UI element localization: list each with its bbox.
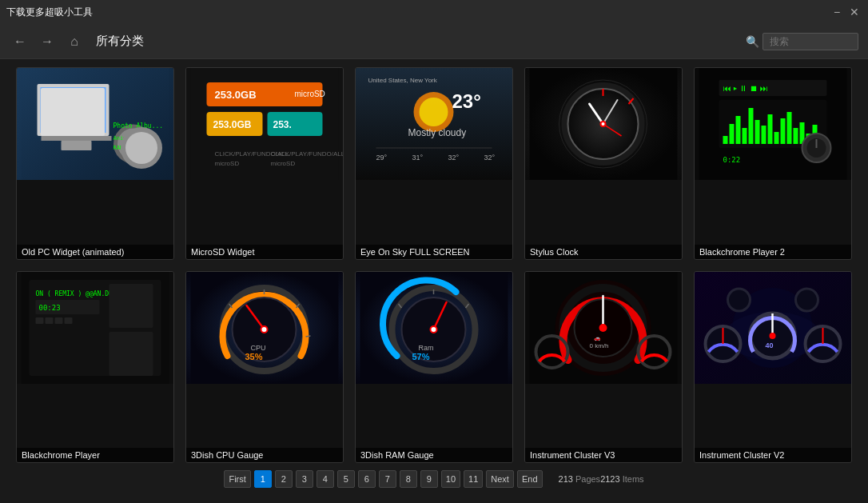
widget-label-blackchrome-player-2: Blackchrome Player 2 <box>695 245 851 259</box>
svg-rect-1 <box>38 84 109 136</box>
svg-point-87 <box>262 327 267 332</box>
widget-label-microsd-widget: MicroSD Widget <box>186 245 343 259</box>
search-icon: 🔍 <box>746 35 759 48</box>
svg-rect-58 <box>787 112 792 144</box>
svg-point-98 <box>432 327 436 332</box>
svg-rect-3 <box>42 136 112 141</box>
svg-text:CPU: CPU <box>251 344 266 352</box>
widget-card-3dish-cpu-gauge[interactable]: CPU 35% 3Dish CPU Gauge <box>185 271 344 464</box>
widget-card-instrument-cluster-v2[interactable]: 40 Instrument Cluster V2 <box>694 271 852 464</box>
svg-rect-56 <box>774 132 779 144</box>
svg-text:0:22: 0:22 <box>723 156 741 164</box>
svg-rect-53 <box>755 120 760 144</box>
svg-text:ON ( REMIX ) @@AN.DUCK: ON ( REMIX ) @@AN.DUCK <box>36 290 121 297</box>
widget-label-instrument-cluster-v2: Instrument Cluster V2 <box>695 448 851 462</box>
svg-text:29°: 29° <box>376 154 388 162</box>
pagination-end[interactable]: End <box>517 470 543 488</box>
pagination-page-11[interactable]: 11 <box>464 470 483 488</box>
svg-point-123 <box>796 289 818 311</box>
svg-rect-57 <box>781 118 786 144</box>
pagination-page-10[interactable]: 10 <box>441 470 460 488</box>
svg-text:RAM u...: RAM u... <box>113 145 141 151</box>
svg-text:0 km/h: 0 km/h <box>590 342 609 349</box>
widget-label-blackchrome-player: Blackchrome Player <box>17 448 173 462</box>
home-button[interactable]: ⌂ <box>64 31 85 52</box>
widget-card-stylus-clock[interactable]: Stylus Clock <box>524 67 683 260</box>
svg-rect-76 <box>109 284 153 328</box>
pagination-page-6[interactable]: 6 <box>358 470 376 488</box>
widget-card-blackchrome-player[interactable]: ON ( REMIX ) @@AN.DUCK 00:23 Blackchrome… <box>16 271 174 464</box>
svg-rect-55 <box>768 114 773 144</box>
widget-card-blackchrome-player-2[interactable]: ⏮ ▶ ⏸ ⏹ ⏭ 0:22 Blackchrome Player <box>694 67 852 260</box>
widget-card-eye-on-sky[interactable]: United States, New York 23° Mostly cloud… <box>355 67 513 260</box>
total-pages: 213 <box>559 474 573 484</box>
svg-rect-72 <box>36 317 44 324</box>
svg-rect-54 <box>762 126 766 144</box>
svg-point-118 <box>770 333 776 339</box>
svg-point-43 <box>602 122 605 126</box>
pagination-page-9[interactable]: 9 <box>420 470 438 488</box>
svg-point-6 <box>125 136 141 152</box>
svg-text:microSD: microSD <box>215 160 240 167</box>
svg-text:23°: 23° <box>452 90 481 112</box>
titlebar-controls: − ✕ <box>830 5 862 19</box>
svg-line-83 <box>306 336 311 337</box>
titlebar: 下载更多超吸小工具 − ✕ <box>0 0 868 24</box>
pagination-page-5[interactable]: 5 <box>337 470 355 488</box>
svg-rect-59 <box>794 128 798 144</box>
page-title: 所有分类 <box>96 34 739 49</box>
back-button[interactable]: ← <box>10 31 30 52</box>
widget-grid: Photo Albu... Anima... RAM u... Old PC W… <box>16 67 852 463</box>
svg-rect-4 <box>62 141 92 150</box>
pagination-page-7[interactable]: 7 <box>379 470 396 488</box>
svg-text:Photo Albu...: Photo Albu... <box>113 122 164 130</box>
titlebar-title: 下载更多超吸小工具 <box>6 6 93 19</box>
pagination-next[interactable]: Next <box>486 470 514 488</box>
svg-text:microSD: microSD <box>295 90 325 98</box>
svg-rect-75 <box>65 317 73 324</box>
close-button[interactable]: ✕ <box>847 5 862 19</box>
widget-label-instrument-cluster-v3: Instrument Cluster V3 <box>525 448 682 462</box>
svg-point-5 <box>116 126 151 162</box>
svg-rect-49 <box>730 124 735 144</box>
main-content: Photo Albu... Anima... RAM u... Old PC W… <box>0 59 868 503</box>
svg-rect-48 <box>723 136 728 144</box>
svg-text:microSD: microSD <box>271 160 296 167</box>
svg-rect-50 <box>736 116 741 144</box>
pagination-page-8[interactable]: 8 <box>400 470 417 488</box>
pagination-first[interactable]: First <box>224 470 250 488</box>
pagination-page-4[interactable]: 4 <box>317 470 334 488</box>
pagination-page-2[interactable]: 2 <box>275 470 293 488</box>
widget-card-instrument-cluster-v3[interactable]: 🚗 0 km/h Instrument Cluster V3 <box>524 271 683 464</box>
forward-button[interactable]: → <box>37 31 58 52</box>
svg-point-25 <box>420 98 448 126</box>
pagination-page-1[interactable]: 1 <box>254 470 272 488</box>
svg-text:⏮ ▶ ⏸ ⏹ ⏭: ⏮ ▶ ⏸ ⏹ ⏭ <box>723 84 768 93</box>
svg-text:Anima...: Anima... <box>113 135 141 142</box>
svg-rect-74 <box>55 317 63 324</box>
widget-card-old-pc-widget[interactable]: Photo Albu... Anima... RAM u... Old PC W… <box>16 67 174 260</box>
widget-label-3dish-ram-gauge: 3Dish RAM Gauge <box>356 448 512 462</box>
total-items: 2123 <box>600 474 619 484</box>
search-area: 🔍 <box>746 33 858 50</box>
svg-point-106 <box>599 324 607 332</box>
svg-text:35%: 35% <box>245 352 263 361</box>
svg-text:CLICK/PLAY/FUNDO/ALL: CLICK/PLAY/FUNDO/ALL <box>271 150 344 158</box>
svg-text:32°: 32° <box>484 154 496 162</box>
widget-card-microsd-widget[interactable]: 253.0GB microSD 253.0GB 253. CLICK/PLAY/… <box>185 67 344 260</box>
svg-text:32°: 32° <box>448 154 460 162</box>
widget-label-stylus-clock: Stylus Clock <box>525 245 682 259</box>
widget-label-old-pc-widget: Old PC Widget (animated) <box>17 245 173 259</box>
svg-rect-52 <box>749 108 754 144</box>
search-input[interactable] <box>762 33 858 50</box>
svg-text:253.0GB: 253.0GB <box>215 89 257 101</box>
svg-text:31°: 31° <box>412 154 424 162</box>
widget-card-3dish-ram-gauge[interactable]: Ram 57% 3Dish RAM Gauge <box>355 271 513 464</box>
svg-text:00:23: 00:23 <box>39 304 61 312</box>
svg-text:Mostly cloudy: Mostly cloudy <box>408 127 467 138</box>
svg-text:Ram: Ram <box>419 344 434 352</box>
svg-text:57%: 57% <box>412 352 430 361</box>
pagination: First1234567891011NextEnd213 Pages2123 I… <box>16 463 852 495</box>
minimize-button[interactable]: − <box>830 5 844 19</box>
pagination-page-3[interactable]: 3 <box>296 470 313 488</box>
